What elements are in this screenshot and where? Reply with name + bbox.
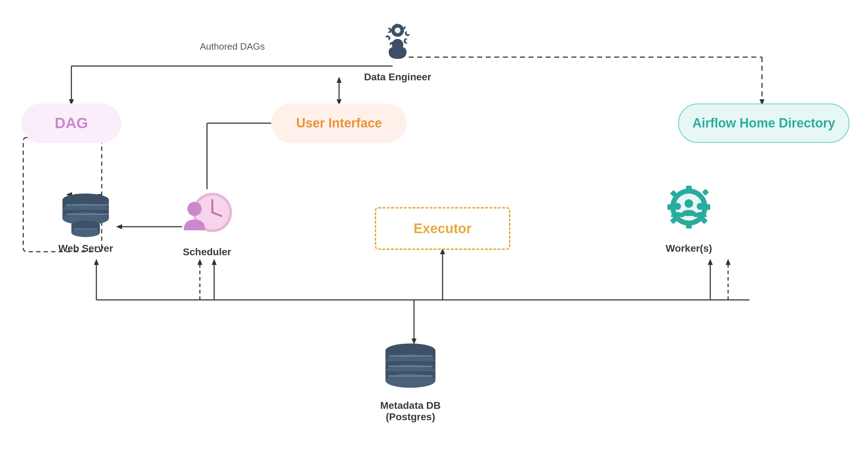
data-engineer-label: Data Engineer <box>364 71 431 83</box>
authored-dags-label: Authored DAGs <box>200 41 265 52</box>
executor-label: Executor <box>414 221 472 236</box>
workers-node: Worker(s) <box>653 186 725 254</box>
web-server-node: Web Server <box>54 189 118 254</box>
svg-rect-56 <box>705 204 710 210</box>
svg-marker-16 <box>94 259 99 265</box>
svg-marker-24 <box>708 259 713 265</box>
dag-label: DAG <box>55 115 88 132</box>
web-server-label: Web Server <box>58 243 113 254</box>
dag-node: DAG <box>21 104 121 143</box>
svg-rect-58 <box>702 189 709 196</box>
diagram-container: Authored DAGs DAG <box>0 0 868 452</box>
svg-marker-18 <box>212 259 217 265</box>
executor-node: Executor <box>375 207 510 250</box>
svg-rect-54 <box>686 223 692 228</box>
scheduler-label: Scheduler <box>183 246 231 258</box>
airflow-home-node: Airflow Home Directory <box>678 104 849 143</box>
airflow-home-label: Airflow Home Directory <box>692 116 835 131</box>
svg-rect-53 <box>686 186 692 191</box>
svg-marker-26 <box>726 259 731 265</box>
svg-point-62 <box>674 203 681 210</box>
svg-rect-55 <box>667 204 673 210</box>
metadata-db-icon <box>375 343 446 396</box>
scheduler-icon <box>175 189 239 243</box>
data-engineer-icon <box>369 14 426 68</box>
svg-point-33 <box>395 27 400 33</box>
svg-point-50 <box>187 202 202 216</box>
data-engineer-node: Data Engineer <box>364 14 431 83</box>
user-interface-node: User Interface <box>271 104 407 143</box>
svg-marker-20 <box>197 259 202 265</box>
web-server-icon <box>54 189 118 239</box>
svg-marker-4 <box>337 77 342 83</box>
scheduler-node: Scheduler <box>175 189 239 258</box>
user-interface-label: User Interface <box>296 116 382 131</box>
metadata-db-label: Metadata DB(Postgres) <box>380 400 441 423</box>
workers-label: Worker(s) <box>666 243 712 254</box>
svg-point-61 <box>685 199 693 208</box>
workers-icon <box>653 186 725 239</box>
svg-point-44 <box>71 228 100 237</box>
metadata-db-node: Metadata DB(Postgres) <box>375 343 446 423</box>
svg-point-63 <box>697 203 704 210</box>
